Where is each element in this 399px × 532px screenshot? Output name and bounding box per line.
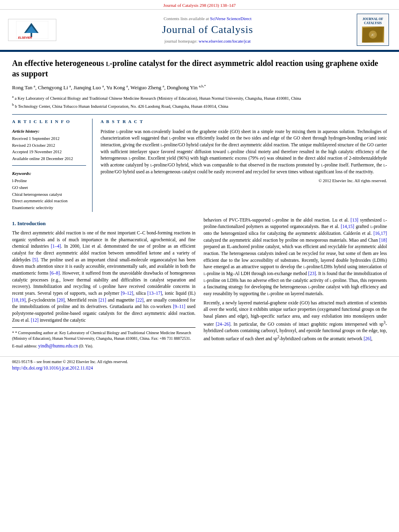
bottom-bar: 0021-9517/$ – see front matter © 2012 El… bbox=[0, 356, 399, 374]
body-section: 1. Introduction The direct asymmetric al… bbox=[12, 217, 387, 351]
ref-1-4[interactable]: [1–4] bbox=[51, 244, 61, 249]
journal-title: Journal of Catalysis bbox=[64, 23, 351, 37]
body-left-col: 1. Introduction The direct asymmetric al… bbox=[12, 217, 195, 351]
ref-13[interactable]: [13] bbox=[351, 218, 358, 222]
elsevier-logo: ELSEVIER bbox=[8, 19, 56, 41]
elsevier-logo-area: ELSEVIER bbox=[8, 19, 60, 41]
doi-line: http://dx.doi.org/10.1016/j.jcat.2012.11… bbox=[12, 365, 387, 371]
abstract-text: Pristine l-proline was non-covalently lo… bbox=[101, 128, 387, 175]
ref-23[interactable]: [23] bbox=[308, 271, 316, 276]
authors-line: Rong Tan a, Chengyong Li a, Jianqing Luo… bbox=[12, 84, 387, 92]
article-info-abstract-section: A R T I C L E I N F O Article history: R… bbox=[12, 114, 387, 212]
issn-line: 0021-9517/$ – see front matter © 2012 El… bbox=[12, 359, 387, 365]
sciverse-link[interactable]: SciVerse ScienceDirect bbox=[210, 16, 251, 21]
keyword-2: GO sheet bbox=[12, 185, 86, 191]
body-right-col: behaviors of PVC-TEPA-supported l-prolin… bbox=[204, 217, 387, 351]
journal-logo-box: JOURNAL OFCATALYSIS JC bbox=[357, 14, 389, 46]
footnote-star: * * Corresponding author at: Key Laborat… bbox=[12, 330, 195, 341]
journal-reference-text: Journal of Catalysis 298 (2013) 138–147 bbox=[163, 3, 236, 8]
article-title: An effective heterogeneous l-proline cat… bbox=[12, 58, 387, 79]
sciverse-line: Contents lists available at SciVerse Sci… bbox=[64, 16, 351, 22]
info-separator bbox=[12, 165, 86, 166]
keywords-label: Keywords: bbox=[12, 170, 86, 177]
affiliations: a a Key Laboratory of Chemical Biology a… bbox=[12, 94, 387, 109]
received-date: Received 1 September 2012 bbox=[12, 136, 86, 142]
sciverse-prefix: Contents lists available at bbox=[164, 16, 209, 21]
revised-date: Revised 23 October 2012 bbox=[12, 143, 86, 149]
ref-21[interactable]: [21] bbox=[99, 298, 106, 302]
journal-homepage: journal homepage: www.elsevier.com/locat… bbox=[64, 38, 351, 44]
header-section: ELSEVIER Contents lists available at Sci… bbox=[0, 10, 399, 51]
copyright-line: © 2012 Elsevier Inc. All rights reserved… bbox=[101, 178, 387, 184]
journal-reference-bar: Journal of Catalysis 298 (2013) 138–147 bbox=[0, 0, 399, 10]
footnote-email: E-mail address: yindh@hunnu.edu.cn (D. Y… bbox=[12, 343, 195, 349]
ref-13-17[interactable]: [13–17] bbox=[147, 291, 162, 296]
ref-16-17[interactable]: [16,17] bbox=[373, 231, 387, 236]
article-info-col: A R T I C L E I N F O Article history: R… bbox=[12, 119, 93, 212]
ref-9-12[interactable]: [9–12] bbox=[121, 291, 133, 296]
keyword-4: Direct asymmetric aldol reaction bbox=[12, 198, 86, 204]
homepage-prefix: journal homepage: bbox=[165, 39, 199, 43]
ref-18[interactable]: [18] bbox=[379, 238, 387, 242]
keyword-3: Chiral heterogeneous catalyst bbox=[12, 192, 86, 198]
abstract-header: A B S T R A C T bbox=[101, 119, 387, 125]
keyword-5: Enantiomeric selectivity bbox=[12, 205, 86, 211]
ref-26[interactable]: [26] bbox=[364, 336, 371, 341]
doi-link[interactable]: http://dx.doi.org/10.1016/j.jcat.2012.11… bbox=[12, 366, 93, 370]
ref-12[interactable]: [12] bbox=[31, 318, 39, 322]
available-online-date: Available online 28 December 2012 bbox=[12, 156, 86, 162]
abstract-col: A B S T R A C T Pristine l-proline was n… bbox=[101, 119, 387, 212]
footnote-section: * * Corresponding author at: Key Laborat… bbox=[12, 327, 195, 349]
svg-text:ELSEVIER: ELSEVIER bbox=[18, 36, 32, 39]
ref-18-19[interactable]: [18,19] bbox=[12, 298, 26, 302]
svg-text:JC: JC bbox=[371, 33, 375, 37]
ref-22[interactable]: [22] bbox=[136, 298, 144, 302]
article-info-header: A R T I C L E I N F O bbox=[12, 119, 86, 125]
keyword-1: l-Proline bbox=[12, 178, 86, 184]
right-col-para-1: behaviors of PVC-TEPA-supported l-prolin… bbox=[204, 217, 387, 297]
ref-9-11[interactable]: [9–11] bbox=[173, 304, 185, 309]
journal-logo-text: JOURNAL OFCATALYSIS bbox=[362, 17, 383, 26]
header-center: Contents lists available at SciVerse Sci… bbox=[64, 16, 351, 44]
homepage-link[interactable]: www.elsevier.com/locate/jcat bbox=[199, 39, 251, 43]
ref-6-8[interactable]: [6–8] bbox=[50, 271, 60, 275]
intro-paragraph-1: The direct asymmetric aldol reaction is … bbox=[12, 230, 195, 323]
email-link[interactable]: yindh@hunnu.edu.cn bbox=[38, 343, 78, 348]
accepted-date: Accepted 19 November 2012 bbox=[12, 149, 86, 155]
lproline-sc: l bbox=[106, 59, 109, 68]
article-history-label: Article history: bbox=[12, 128, 86, 134]
intro-section-title: 1. Introduction bbox=[12, 220, 195, 227]
main-content: An effective heterogeneous l-proline cat… bbox=[0, 52, 399, 356]
affil-a: a a Key Laboratory of Chemical Biology a… bbox=[12, 94, 387, 101]
ref-20[interactable]: [20] bbox=[57, 298, 64, 302]
ref-24-26[interactable]: [24–26] bbox=[216, 322, 230, 327]
journal-logo-image: JC bbox=[362, 27, 384, 43]
keywords-section: Keywords: l-Proline GO sheet Chiral hete… bbox=[12, 170, 86, 211]
journal-logo-area: JOURNAL OFCATALYSIS JC bbox=[355, 14, 391, 46]
ref-5[interactable]: [5] bbox=[33, 257, 38, 262]
ref-14-15[interactable]: [14,15] bbox=[341, 224, 354, 229]
right-col-para-2: Recently, a newly layered material-graph… bbox=[204, 300, 387, 342]
affil-b: b b Technology Center, China Tobacco Hun… bbox=[12, 102, 387, 109]
